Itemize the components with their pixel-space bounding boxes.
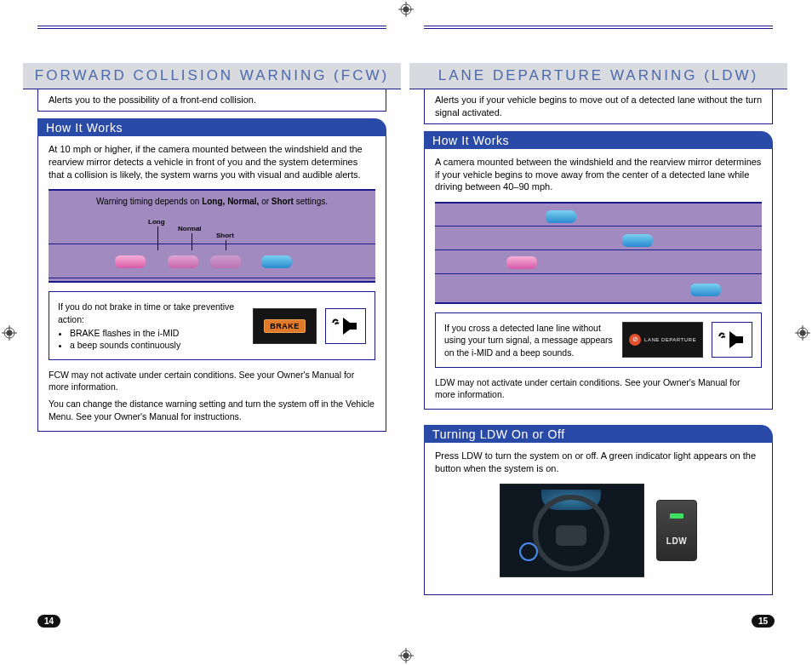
section-text: A camera mounted between the windshield … [435, 156, 762, 194]
svg-marker-18 [729, 331, 736, 348]
title-box: LANE DEPARTURE WARNING (LDW) Alerts you … [424, 63, 773, 124]
sound-icon [712, 322, 752, 358]
lane-departure-label: LANE DEPARTURE [644, 336, 696, 343]
ldw-diagram [435, 202, 762, 304]
timing-tick [192, 233, 192, 250]
timing-normal-label: Normal [178, 225, 202, 234]
page-right: LANE DEPARTURE WARNING (LDW) Alerts you … [424, 26, 773, 611]
page-intro: Alerts you if your vehicle begins to mov… [425, 89, 772, 123]
page-left: FORWARD COLLISION WARNING (FCW) Alerts y… [37, 26, 386, 611]
svg-marker-16 [343, 318, 350, 335]
alert-row: If you cross a detected lane line withou… [435, 312, 762, 368]
page-number: 14 [37, 615, 60, 628]
dashboard-row: LDW [435, 475, 762, 586]
timing-tick [226, 240, 226, 250]
list-item: a beep sounds continuously [70, 339, 244, 351]
title-box: FORWARD COLLISION WARNING (FCW) Alerts y… [37, 63, 386, 112]
ldw-button-label: LDW [666, 536, 687, 547]
note-text: FCW may not activate under certain condi… [49, 369, 375, 393]
registration-mark-icon [398, 648, 414, 663]
section-header: How It Works [37, 118, 386, 136]
section-body: Press LDW to turn the system on or off. … [424, 443, 773, 595]
car-icon [690, 284, 721, 296]
alert-text: If you do not brake in time or take prev… [58, 301, 244, 351]
page-title: FORWARD COLLISION WARNING (FCW) [23, 63, 401, 89]
top-rule [37, 26, 386, 29]
page-intro: Alerts you to the possibility of a front… [38, 89, 386, 111]
alert-text: If you cross a detected lane line withou… [444, 322, 614, 358]
section-body: At 10 mph or higher, if the camera mount… [37, 136, 386, 432]
timing-tick [157, 226, 158, 250]
car-icon [261, 255, 292, 268]
section-header: Turning LDW On or Off [424, 425, 773, 443]
led-indicator-icon [670, 513, 683, 519]
ldw-button: LDW [656, 500, 697, 561]
list-item: BRAKE flashes in the i-MID [70, 327, 244, 339]
car-icon [168, 255, 198, 268]
brake-label: BRAKE [264, 319, 306, 333]
note-text: LDW may not activate under certain condi… [435, 376, 762, 400]
sound-icon [325, 308, 366, 344]
section-text: Press LDW to turn the system on or off. … [435, 450, 762, 475]
section-body: A camera mounted between the windshield … [424, 149, 773, 410]
fcw-diagram: Warning timing depends on Long, Normal, … [49, 189, 375, 283]
registration-mark-icon [795, 325, 810, 341]
registration-mark-icon [398, 2, 414, 17]
section-text: At 10 mph or higher, if the camera mount… [49, 143, 375, 181]
dashboard-photo [500, 484, 644, 577]
brake-display: BRAKE [253, 308, 317, 344]
lane-departure-display: ⊘ LANE DEPARTURE [622, 322, 703, 358]
page-title: LANE DEPARTURE WARNING (LDW) [409, 63, 787, 89]
section-header: How It Works [424, 131, 773, 149]
car-icon [210, 255, 241, 268]
car-icon [546, 210, 576, 223]
svg-rect-19 [736, 336, 743, 343]
note-text: You can change the distance warning sett… [49, 398, 375, 421]
car-icon [622, 234, 653, 247]
car-icon [115, 255, 146, 268]
registration-mark-icon [2, 325, 17, 341]
car-icon [506, 256, 537, 269]
svg-rect-17 [350, 323, 357, 330]
diagram-caption: Warning timing depends on Long, Normal, … [49, 196, 375, 208]
timing-long-label: Long [148, 218, 165, 227]
callout-circle-icon [519, 542, 538, 561]
page-number: 15 [752, 615, 775, 628]
alert-row: If you do not brake in time or take prev… [49, 291, 375, 360]
top-rule [424, 26, 773, 29]
lane-departure-icon: ⊘ [629, 334, 641, 346]
